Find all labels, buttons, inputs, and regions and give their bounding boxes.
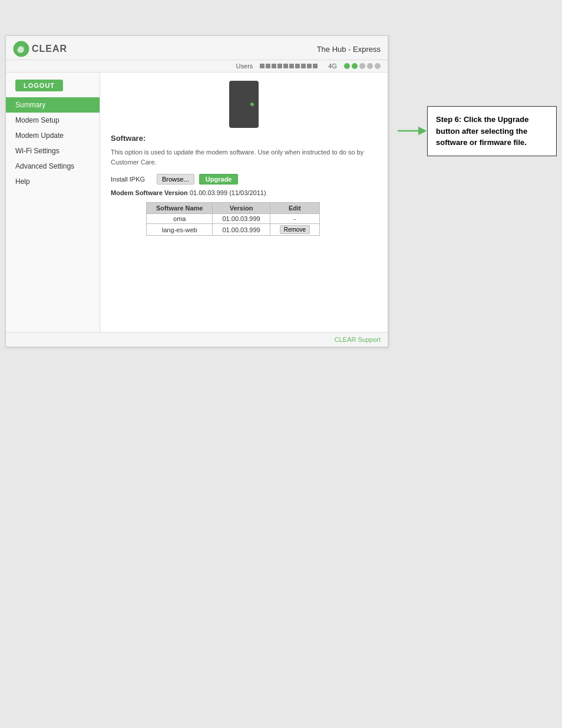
- user-dot: [301, 64, 306, 68]
- software-version-text: Modem Software Version 01.00.03.999 (11/…: [111, 189, 377, 196]
- user-dot: [266, 64, 270, 68]
- signal-dots: [344, 63, 381, 69]
- header: CLEAR The Hub - Express: [6, 36, 388, 60]
- col-header-name: Software Name: [147, 203, 213, 214]
- sidebar-item-summary[interactable]: Summary: [6, 97, 100, 113]
- clear-logo-icon: [13, 41, 29, 57]
- signal-dot-2: [352, 63, 358, 69]
- logo-area: CLEAR: [13, 41, 67, 57]
- sidebar-item-wifi-settings[interactable]: Wi-Fi Settings: [6, 143, 100, 159]
- device-image: [229, 81, 259, 128]
- content-area: Software: This option is used to update …: [100, 73, 388, 332]
- user-dot: [283, 64, 288, 68]
- table-row: oma 01.00.03.999 -: [147, 214, 320, 224]
- user-dot: [272, 64, 276, 68]
- user-dot: [277, 64, 282, 68]
- upgrade-button[interactable]: Upgrade: [199, 174, 239, 185]
- software-name-oma: oma: [147, 214, 213, 224]
- clear-support-link[interactable]: CLEAR Support: [335, 336, 381, 343]
- table-row: lang-es-web 01.00.03.999 Remove: [147, 224, 320, 236]
- install-row: Install IPKG Browse... Upgrade: [111, 174, 377, 185]
- user-dot: [260, 64, 265, 68]
- software-version-value: 01.00.03.999 (11/03/2011): [190, 189, 266, 196]
- sidebar-item-help[interactable]: Help: [6, 174, 100, 189]
- sidebar-item-modem-update[interactable]: Modem Update: [6, 128, 100, 143]
- browse-button[interactable]: Browse...: [157, 174, 194, 185]
- signal-dot-3: [359, 63, 365, 69]
- users-label: Users: [236, 62, 253, 70]
- col-header-edit: Edit: [270, 203, 319, 214]
- user-dot: [295, 64, 300, 68]
- header-title: The Hub - Express: [317, 45, 381, 54]
- user-dot: [307, 64, 312, 68]
- remove-button[interactable]: Remove: [280, 225, 310, 234]
- software-name-lang: lang-es-web: [147, 224, 213, 236]
- sidebar-item-advanced-settings[interactable]: Advanced Settings: [6, 159, 100, 174]
- body-layout: LOGOUT Summary Modem Setup Modem Update …: [6, 73, 388, 332]
- footer: CLEAR Support: [6, 332, 388, 347]
- install-label: Install IPKG: [111, 176, 152, 183]
- signal-dot-1: [344, 63, 350, 69]
- signal-label: 4G: [328, 62, 337, 70]
- annotation-area: Step 6: Click the Upgrade button after s…: [398, 106, 557, 156]
- annotation-box: Step 6: Click the Upgrade button after s…: [427, 106, 557, 156]
- section-title: Software:: [111, 134, 377, 143]
- software-version-oma: 01.00.03.999: [213, 214, 270, 224]
- software-version-lang: 01.00.03.999: [213, 224, 270, 236]
- software-version-label: Modem Software Version: [111, 189, 188, 196]
- software-table: Software Name Version Edit oma 01.00.03.…: [146, 202, 320, 236]
- logout-button[interactable]: LOGOUT: [15, 80, 63, 91]
- description-text: This option is used to update the modem …: [111, 147, 377, 167]
- col-header-version: Version: [213, 203, 270, 214]
- signal-dot-4: [367, 63, 373, 69]
- sub-header: Users 4G: [6, 60, 388, 73]
- main-panel: CLEAR The Hub - Express Users 4G: [5, 35, 388, 347]
- sidebar: LOGOUT Summary Modem Setup Modem Update …: [6, 73, 100, 332]
- device-image-area: [111, 81, 377, 128]
- annotation-text: Step 6: Click the Upgrade button after s…: [436, 115, 528, 147]
- users-dots: [260, 64, 318, 68]
- logo-text: CLEAR: [32, 44, 67, 54]
- signal-dot-5: [375, 63, 381, 69]
- user-dot: [313, 64, 318, 68]
- sidebar-item-modem-setup[interactable]: Modem Setup: [6, 113, 100, 128]
- software-edit-oma: -: [270, 214, 319, 224]
- arrow-icon: [398, 125, 427, 137]
- user-dot: [289, 64, 294, 68]
- software-edit-lang[interactable]: Remove: [270, 224, 319, 236]
